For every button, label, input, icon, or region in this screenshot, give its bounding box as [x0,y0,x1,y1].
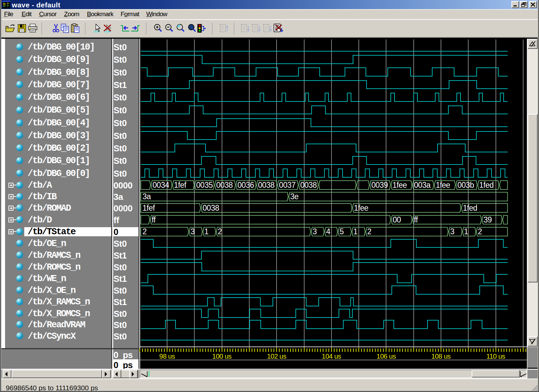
svg-text:1fef: 1fef [142,204,155,212]
svg-text:5: 5 [340,227,344,236]
svg-text:3: 3 [450,227,454,236]
svg-text:3e: 3e [290,192,299,201]
svg-text:98 us: 98 us [159,353,175,360]
svg-text:0034: 0034 [153,181,169,189]
svg-text:3: 3 [191,227,195,236]
svg-text:0035: 0035 [196,181,213,189]
svg-text:2: 2 [367,227,371,236]
svg-text:ff: ff [414,215,418,224]
svg-text:003b: 003b [457,181,474,189]
svg-text:0038: 0038 [300,181,317,189]
svg-text:4: 4 [326,227,330,236]
svg-text:102 us: 102 us [267,353,287,360]
svg-text:1: 1 [464,227,468,236]
svg-text:0038: 0038 [258,181,275,189]
svg-text:1fee: 1fee [392,181,407,189]
svg-text:ff: ff [152,215,156,224]
svg-text:0037: 0037 [279,181,295,189]
svg-text:106 us: 106 us [377,353,396,360]
svg-text:3a: 3a [142,192,151,201]
svg-text:003a: 003a [414,181,431,189]
svg-text:1fee: 1fee [354,204,369,212]
svg-text:2: 2 [218,227,222,236]
svg-text:0038: 0038 [202,204,219,212]
svg-text:2: 2 [142,227,147,236]
svg-text:2: 2 [478,227,482,236]
svg-text:1fed: 1fed [479,181,494,189]
svg-text:1: 1 [353,227,357,236]
svg-text:39: 39 [483,215,492,224]
svg-text:00: 00 [393,215,401,224]
svg-text:108 us: 108 us [431,353,451,360]
svg-text:1: 1 [204,227,209,236]
svg-text:1fee: 1fee [436,181,450,189]
svg-text:1fed: 1fed [463,204,477,212]
svg-text:100 us: 100 us [212,353,232,360]
svg-text:3: 3 [313,227,317,236]
svg-text:1fef: 1fef [174,181,186,189]
svg-text:104 us: 104 us [322,353,341,360]
svg-text:0038: 0038 [216,181,233,189]
svg-text:110 us: 110 us [486,353,505,360]
svg-text:0036: 0036 [237,181,254,189]
svg-text:0039: 0039 [371,181,388,189]
